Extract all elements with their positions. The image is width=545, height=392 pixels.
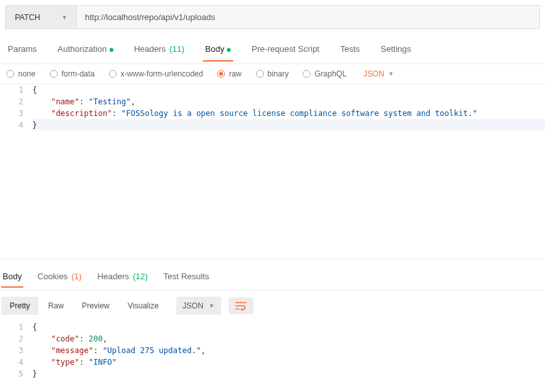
radio-xwww[interactable]: x-www-form-urlencoded: [109, 69, 203, 78]
body-format-label: JSON: [364, 69, 384, 78]
code-line: }: [32, 368, 545, 380]
chevron-down-icon: ▼: [388, 71, 394, 77]
line-number: 3: [0, 345, 32, 356]
status-dot-icon: [110, 48, 113, 52]
view-preview-button[interactable]: Preview: [73, 297, 118, 315]
line-number: 1: [0, 84, 32, 96]
status-dot-icon: [227, 48, 231, 52]
line-number: 4: [0, 119, 32, 131]
tab-headers-count: (11): [169, 44, 184, 54]
rtab-body[interactable]: Body: [1, 266, 23, 287]
rtab-headers-count: (12): [133, 271, 148, 281]
wrap-lines-button[interactable]: [229, 297, 253, 314]
rtab-headers[interactable]: Headers (12): [96, 266, 149, 287]
code-line: }: [32, 119, 545, 131]
response-view-controls: Pretty Raw Preview Visualize JSON ▼: [0, 290, 545, 321]
tab-body[interactable]: Body: [203, 37, 234, 61]
radio-icon: [50, 70, 58, 78]
response-body-viewer: 1 { 2 "code": 200, 3 "message": "Upload …: [0, 321, 545, 389]
tab-headers[interactable]: Headers (11): [132, 37, 187, 61]
request-bar: PATCH ▼: [5, 5, 540, 29]
request-body-editor[interactable]: 1 { 2 "name": "Testing", 3 "description"…: [0, 84, 545, 259]
wrap-icon: [235, 301, 247, 310]
line-number: 5: [0, 368, 32, 380]
chevron-down-icon: ▼: [209, 303, 215, 309]
response-lang-label: JSON: [183, 301, 203, 310]
radio-none-label: none: [18, 69, 36, 78]
method-label: PATCH: [15, 13, 40, 22]
radio-icon: [256, 70, 264, 78]
line-number: 4: [0, 356, 32, 368]
rtab-testresults[interactable]: Test Results: [162, 266, 211, 287]
tab-params[interactable]: Params: [5, 37, 40, 61]
rtab-headers-label: Headers: [97, 271, 129, 281]
code-line: "description": "FOSSology is a open sour…: [32, 108, 545, 119]
request-tabs: Params Authorization Headers (11) Body P…: [0, 34, 545, 64]
radio-icon: [109, 70, 117, 78]
line-number: 3: [0, 108, 32, 119]
line-number: 2: [0, 96, 32, 108]
tab-authorization[interactable]: Authorization: [55, 37, 116, 61]
view-pretty-button[interactable]: Pretty: [1, 297, 38, 315]
code-line: {: [32, 84, 545, 96]
code-line: {: [32, 321, 545, 333]
body-type-selector: none form-data x-www-form-urlencoded raw…: [0, 64, 545, 84]
radio-binary-label: binary: [268, 69, 289, 78]
radio-graphql[interactable]: GraphQL: [303, 69, 346, 78]
rtab-cookies-label: Cookies: [38, 271, 68, 281]
rtab-cookies[interactable]: Cookies (1): [36, 266, 83, 287]
radio-icon: [303, 70, 310, 78]
radio-formdata-label: form-data: [62, 69, 95, 78]
response-lang-select[interactable]: JSON ▼: [176, 297, 221, 315]
tab-tests[interactable]: Tests: [338, 37, 362, 61]
view-raw-button[interactable]: Raw: [40, 297, 72, 315]
line-number: 2: [0, 333, 32, 345]
radio-raw[interactable]: raw: [217, 69, 241, 78]
radio-formdata[interactable]: form-data: [50, 69, 95, 78]
tab-prerequest[interactable]: Pre-request Script: [249, 37, 322, 61]
radio-raw-label: raw: [229, 69, 241, 78]
tab-body-label: Body: [205, 44, 225, 54]
tab-settings[interactable]: Settings: [378, 37, 413, 61]
tab-headers-label: Headers: [134, 44, 166, 54]
chevron-down-icon: ▼: [62, 14, 67, 21]
radio-icon: [217, 70, 225, 78]
tab-authorization-label: Authorization: [58, 44, 107, 54]
radio-none[interactable]: none: [6, 69, 36, 78]
rtab-cookies-count: (1): [71, 271, 82, 281]
radio-xwww-label: x-www-form-urlencoded: [121, 69, 203, 78]
body-format-select[interactable]: JSON ▼: [364, 69, 394, 78]
view-visualize-button[interactable]: Visualize: [119, 297, 167, 315]
code-line: "message": "Upload 275 updated.",: [32, 345, 545, 356]
code-line: "name": "Testing",: [32, 96, 545, 108]
radio-binary[interactable]: binary: [256, 69, 289, 78]
method-select[interactable]: PATCH ▼: [6, 6, 77, 29]
line-number: 1: [0, 321, 32, 333]
code-line: "type": "INFO": [32, 356, 545, 368]
response-tabs: Body Cookies (1) Headers (12) Test Resul…: [0, 263, 545, 290]
code-line: "code": 200,: [32, 333, 545, 345]
url-input[interactable]: [77, 6, 539, 29]
radio-icon: [6, 70, 14, 78]
radio-graphql-label: GraphQL: [314, 69, 346, 78]
